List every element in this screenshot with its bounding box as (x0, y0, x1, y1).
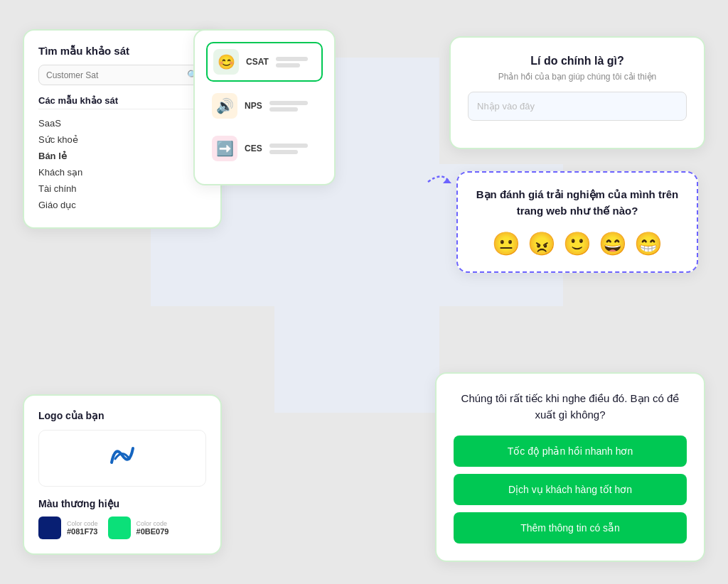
template-item-csat[interactable]: 😊 CSAT (206, 42, 323, 82)
search-card: Tìm mẫu khảo sát 🔍 Các mẫu khảo sát SaaS… (23, 29, 222, 229)
ces-icon: ➡️ (212, 136, 237, 161)
menu-item-saas[interactable]: SaaS (38, 115, 206, 131)
survey-title: Lí do chính là gì? (468, 55, 687, 67)
swatch-dark-blue (38, 517, 61, 539)
survey-card: Lí do chính là gì? Phản hồi của bạn giúp… (449, 36, 705, 149)
suggestions-question: Chúng tôi rất tiếc khi nghe điều đó. Bạn… (454, 391, 687, 423)
emoji-row: 😐 😠 🙂 😄 😁 (472, 230, 682, 257)
ces-lines (269, 144, 317, 154)
suggestion-btn-info[interactable]: Thêm thông tin có sẵn (454, 512, 687, 544)
line1 (269, 101, 308, 105)
swatch-green (108, 517, 131, 539)
emoji-happy[interactable]: 😄 (599, 230, 627, 257)
emoji-question: Bạn đánh giá trải nghiệm của mình trên t… (472, 187, 682, 219)
nps-icon: 🔊 (212, 93, 237, 119)
menu-list: SaaS Sức khoẻ Bán lẻ Khách sạn Tài chính… (38, 115, 206, 213)
search-card-title: Tìm mẫu khảo sát (38, 45, 206, 58)
csat-label: CSAT (246, 57, 269, 67)
emoji-slight-smile[interactable]: 🙂 (563, 230, 592, 257)
logo-card: Logo của bạn Màu thương hiệu Color code … (23, 394, 222, 555)
color-swatch-green: Color code #0BE079 (108, 517, 169, 539)
menu-item-hotel[interactable]: Khách sạn (38, 164, 206, 180)
search-box[interactable]: 🔍 (38, 65, 206, 85)
ces-label: CES (245, 144, 262, 153)
line2 (269, 107, 298, 112)
line1 (276, 57, 308, 61)
emoji-very-happy[interactable]: 😁 (634, 230, 663, 257)
search-input[interactable] (46, 70, 187, 80)
suggestion-btn-speed[interactable]: Tốc độ phản hồi nhanh hơn (454, 436, 687, 467)
csat-lines (276, 57, 316, 67)
menu-item-education[interactable]: Giáo dục (38, 197, 206, 213)
logo-icon (105, 438, 140, 480)
templates-card: 😊 CSAT 🔊 NPS ➡️ CES (193, 29, 336, 185)
arrow-decoration (424, 168, 453, 196)
swatch-dark-blue-label: Color code (67, 520, 98, 527)
nps-label: NPS (245, 101, 262, 111)
survey-subtitle: Phản hồi của bạn giúp chúng tôi cải thiệ… (468, 72, 687, 82)
suggestions-card: Chúng tôi rất tiếc khi nghe điều đó. Bạn… (435, 372, 705, 562)
emoji-neutral[interactable]: 😐 (492, 230, 520, 257)
swatch-green-info: Color code #0BE079 (136, 520, 169, 536)
color-swatch-dark-blue: Color code #081F73 (38, 517, 98, 539)
line1 (269, 144, 308, 148)
swatch-dark-blue-info: Color code #081F73 (67, 520, 98, 536)
template-item-nps[interactable]: 🔊 NPS (206, 87, 323, 124)
nps-lines (269, 101, 317, 112)
emoji-card: Bạn đánh giá trải nghiệm của mình trên t… (456, 171, 698, 273)
template-item-ces[interactable]: ➡️ CES (206, 130, 323, 167)
suggestion-btn-service[interactable]: Dịch vụ khách hàng tốt hơn (454, 474, 687, 505)
menu-item-finance[interactable]: Tài chính (38, 180, 206, 197)
brand-title: Màu thương hiệu (38, 498, 206, 509)
svg-marker-0 (443, 178, 451, 183)
line2 (276, 63, 300, 67)
swatch-green-code: #0BE079 (136, 527, 169, 536)
logo-card-title: Logo của bạn (38, 410, 206, 421)
swatch-green-label: Color code (136, 520, 169, 527)
color-swatches: Color code #081F73 Color code #0BE079 (38, 517, 206, 539)
line2 (269, 150, 298, 154)
menu-item-health[interactable]: Sức khoẻ (38, 131, 206, 148)
csat-icon: 😊 (213, 49, 239, 75)
logo-placeholder (38, 430, 206, 487)
section-title: Các mẫu khảo sát (38, 95, 206, 109)
swatch-dark-blue-code: #081F73 (67, 527, 98, 536)
survey-input-placeholder[interactable]: Nhập vào đây (468, 92, 687, 121)
menu-item-retail[interactable]: Bán lẻ (38, 148, 206, 164)
emoji-angry[interactable]: 😠 (528, 230, 556, 257)
